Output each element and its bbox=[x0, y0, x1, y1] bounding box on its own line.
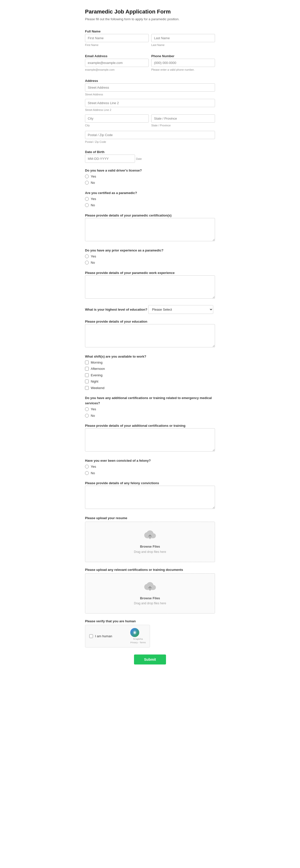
certified-paramedic-label: Are you certified as a paramedic? bbox=[85, 191, 137, 195]
certs-upload-area[interactable]: Browse Files Drag and drop files here bbox=[85, 574, 215, 614]
certs-drag-label: Drag and drop files here bbox=[134, 601, 166, 605]
certified-paramedic-section: Are you certified as a paramedic? Yes No bbox=[85, 190, 215, 208]
felony-yes-label[interactable]: Yes bbox=[85, 464, 215, 469]
felony-details-label: Please provide details of any felony con… bbox=[85, 481, 159, 485]
drivers-license-no-label[interactable]: No bbox=[85, 180, 215, 185]
full-name-section: Full Name First Name Last Name bbox=[85, 29, 215, 49]
dob-section: Date of Birth Date bbox=[85, 149, 215, 163]
submit-button[interactable]: Submit bbox=[134, 654, 166, 664]
certs-upload-label: Please upload any relevant certification… bbox=[85, 568, 183, 571]
drivers-license-no-radio[interactable] bbox=[85, 181, 89, 185]
experience-no-radio[interactable] bbox=[85, 261, 89, 265]
city-state-row: City State / Province bbox=[85, 114, 215, 129]
resume-browse-label[interactable]: Browse Files bbox=[90, 544, 210, 549]
shift-morning-label[interactable]: Morning bbox=[85, 360, 215, 365]
experience-yes-label[interactable]: Yes bbox=[85, 254, 215, 259]
first-name-helper: First Name bbox=[85, 43, 99, 46]
dob-helper: Date bbox=[136, 157, 142, 160]
resume-upload-area[interactable]: Browse Files Drag and drop files here bbox=[85, 522, 215, 562]
experience-yes-radio[interactable] bbox=[85, 254, 89, 258]
postal-input[interactable] bbox=[85, 131, 215, 139]
drivers-license-yes-radio[interactable] bbox=[85, 175, 89, 178]
resume-upload-label: Please upload your resume bbox=[85, 516, 127, 520]
certs-upload-icon bbox=[90, 581, 210, 594]
add-certs-no-radio[interactable] bbox=[85, 414, 89, 417]
add-certs-no-text: No bbox=[91, 413, 95, 418]
dob-label: Date of Birth bbox=[85, 150, 105, 154]
felony-no-text: No bbox=[91, 471, 95, 476]
resume-upload-section: Please upload your resume Browse Files D… bbox=[85, 516, 215, 562]
shift-night-text: Night bbox=[91, 379, 98, 384]
prior-experience-label: Do you have any prior experience as a pa… bbox=[85, 248, 164, 252]
additional-certs-details-textarea[interactable] bbox=[85, 428, 215, 452]
captcha-checkbox[interactable] bbox=[89, 634, 93, 638]
experience-no-label[interactable]: No bbox=[85, 260, 215, 265]
captcha-check-label[interactable]: I am human bbox=[89, 634, 112, 639]
certified-yes-text: Yes bbox=[91, 196, 96, 202]
captcha-logo-text: hCaptchaPrivacy - Terms bbox=[130, 638, 146, 644]
phone-group: Phone Number Please enter a valid phone … bbox=[151, 54, 215, 72]
street1-helper: Street Address bbox=[85, 93, 103, 96]
education-level-select[interactable]: Please Select High School / GED Some Col… bbox=[148, 305, 213, 314]
shift-night-checkbox[interactable] bbox=[85, 379, 89, 383]
felony-yes-radio[interactable] bbox=[85, 465, 89, 468]
shift-morning-checkbox[interactable] bbox=[85, 361, 89, 364]
certified-yes-label[interactable]: Yes bbox=[85, 196, 215, 202]
city-input[interactable] bbox=[85, 114, 149, 123]
street2-group: Street Address Line 2 bbox=[85, 99, 215, 112]
prior-experience-radio-group: Yes No bbox=[85, 254, 215, 265]
dob-group: Date bbox=[85, 155, 215, 163]
state-group: State / Province bbox=[151, 114, 215, 128]
certified-no-label[interactable]: No bbox=[85, 203, 215, 208]
captcha-text: I am human bbox=[95, 634, 112, 639]
felony-details-textarea[interactable] bbox=[85, 486, 215, 509]
shift-evening-checkbox[interactable] bbox=[85, 373, 89, 377]
address-section: Address Street Address Street Address Li… bbox=[85, 78, 215, 144]
street2-input[interactable] bbox=[85, 99, 215, 107]
email-group: Email Address example@example.com bbox=[85, 54, 149, 72]
page-container: Paramedic Job Application Form Please fi… bbox=[80, 0, 220, 679]
shift-evening-text: Evening bbox=[91, 373, 103, 378]
additional-certs-label: Do you have any additional certification… bbox=[85, 396, 212, 405]
certification-details-textarea[interactable] bbox=[85, 218, 215, 241]
captcha-widget[interactable]: I am human hCaptchaPrivacy - Terms bbox=[85, 625, 150, 648]
full-name-row: First Name Last Name bbox=[85, 34, 215, 49]
phone-input[interactable] bbox=[151, 59, 215, 67]
shift-weekend-checkbox[interactable] bbox=[85, 386, 89, 390]
shift-weekend-label[interactable]: Weekend bbox=[85, 385, 215, 391]
shift-afternoon-checkbox[interactable] bbox=[85, 367, 89, 371]
state-input[interactable] bbox=[151, 114, 215, 123]
shifts-section: What shift(s) are you available to work?… bbox=[85, 354, 215, 391]
certified-yes-radio[interactable] bbox=[85, 197, 89, 201]
add-certs-no-label[interactable]: No bbox=[85, 413, 215, 418]
email-input[interactable] bbox=[85, 59, 149, 67]
phone-label: Phone Number bbox=[151, 54, 174, 58]
last-name-input[interactable] bbox=[151, 34, 215, 42]
certs-browse-label[interactable]: Browse Files bbox=[90, 596, 210, 601]
first-name-input[interactable] bbox=[85, 34, 149, 42]
email-label: Email Address bbox=[85, 54, 108, 58]
education-details-section: Please provide details of your education bbox=[85, 319, 215, 349]
certified-no-radio[interactable] bbox=[85, 203, 89, 207]
additional-certs-section: Do you have any additional certification… bbox=[85, 395, 215, 418]
felony-no-label[interactable]: No bbox=[85, 471, 215, 476]
shift-evening-label[interactable]: Evening bbox=[85, 373, 215, 378]
captcha-logo: hCaptchaPrivacy - Terms bbox=[130, 628, 146, 644]
email-helper: example@example.com bbox=[85, 68, 114, 71]
felony-no-radio[interactable] bbox=[85, 471, 89, 475]
shift-night-label[interactable]: Night bbox=[85, 379, 215, 384]
certs-upload-section: Please upload any relevant certification… bbox=[85, 567, 215, 614]
shifts-checkbox-group: Morning Afternoon Evening Night Weekend bbox=[85, 360, 215, 391]
shift-afternoon-label[interactable]: Afternoon bbox=[85, 366, 215, 371]
education-level-section: What is your highest level of education?… bbox=[85, 305, 215, 314]
add-certs-yes-label[interactable]: Yes bbox=[85, 407, 215, 412]
drivers-license-section: Do you have a valid driver's license? Ye… bbox=[85, 168, 215, 185]
street1-input[interactable] bbox=[85, 84, 215, 92]
drivers-license-yes-label[interactable]: Yes bbox=[85, 174, 215, 179]
dob-input[interactable] bbox=[85, 155, 135, 163]
education-details-textarea[interactable] bbox=[85, 324, 215, 347]
experience-details-textarea[interactable] bbox=[85, 275, 215, 299]
add-certs-yes-radio[interactable] bbox=[85, 407, 89, 411]
city-group: City bbox=[85, 114, 149, 128]
postal-helper: Postal / Zip Code bbox=[85, 140, 106, 143]
